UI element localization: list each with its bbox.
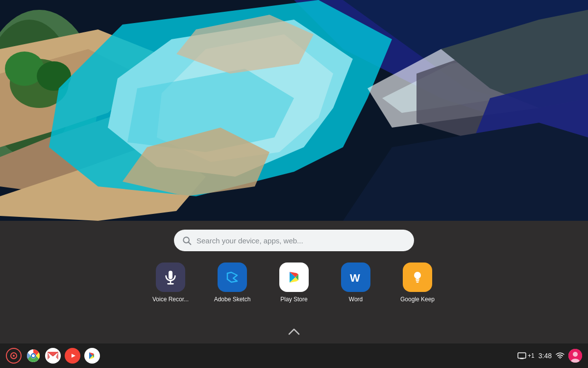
google-keep-icon — [403, 263, 432, 292]
svg-rect-41 — [416, 280, 419, 281]
svg-point-48 — [32, 354, 35, 357]
app-item-word[interactable]: W Word — [334, 263, 378, 304]
taskbar-chrome-button[interactable] — [25, 348, 41, 364]
voice-recorder-label: Voice Recor... — [152, 296, 189, 304]
search-bar[interactable]: Search your device, apps, web... — [174, 230, 414, 251]
status-area: +1 3:48 — [517, 349, 582, 363]
adobe-sketch-icon — [218, 263, 247, 292]
adobe-sketch-label: Adobe Sketch — [214, 296, 251, 304]
svg-point-63 — [560, 358, 561, 358]
taskbar: +1 3:48 — [0, 343, 588, 368]
wallpaper — [0, 0, 588, 221]
chevron-up-button[interactable] — [287, 326, 301, 339]
svg-point-39 — [414, 272, 421, 279]
svg-text:W: W — [350, 272, 360, 284]
app-item-adobe-sketch[interactable]: Adobe Sketch — [210, 263, 254, 304]
svg-line-25 — [189, 242, 191, 245]
clock-display[interactable]: 3:48 — [539, 352, 552, 360]
user-avatar[interactable] — [568, 349, 582, 363]
app-item-play-store[interactable]: Play Store — [272, 263, 316, 304]
svg-point-44 — [13, 355, 15, 357]
wifi-indicator[interactable] — [556, 352, 564, 360]
svg-rect-29 — [223, 268, 241, 286]
app-dock: Voice Recor... Adobe Sketch — [148, 263, 440, 304]
app-item-google-keep[interactable]: Google Keep — [395, 263, 440, 304]
svg-rect-40 — [416, 279, 419, 280]
play-store-label: Play Store — [280, 296, 307, 304]
app-item-voice-recorder[interactable]: Voice Recor... — [148, 263, 193, 304]
taskbar-youtube-button[interactable] — [65, 348, 80, 364]
word-icon: W — [341, 263, 370, 292]
screenshot-badge[interactable]: +1 — [517, 352, 535, 359]
svg-rect-26 — [169, 271, 172, 279]
taskbar-left — [6, 348, 100, 364]
display-icon — [517, 352, 526, 359]
word-label: Word — [349, 296, 363, 304]
screenshot-count: +1 — [528, 352, 535, 359]
svg-point-65 — [573, 352, 578, 357]
search-placeholder-text: Search your device, apps, web... — [196, 237, 406, 245]
taskbar-launcher-button[interactable] — [6, 348, 22, 364]
taskbar-gmail-button[interactable] — [45, 348, 61, 364]
play-store-icon — [279, 263, 309, 292]
taskbar-playstore-button[interactable] — [84, 348, 100, 364]
wifi-icon — [556, 352, 564, 359]
taskbar-right: +1 3:48 — [517, 349, 582, 363]
search-icon — [182, 236, 192, 245]
google-keep-label: Google Keep — [400, 296, 435, 304]
svg-rect-42 — [416, 282, 419, 283]
svg-rect-61 — [518, 353, 526, 358]
voice-recorder-icon — [156, 263, 185, 292]
